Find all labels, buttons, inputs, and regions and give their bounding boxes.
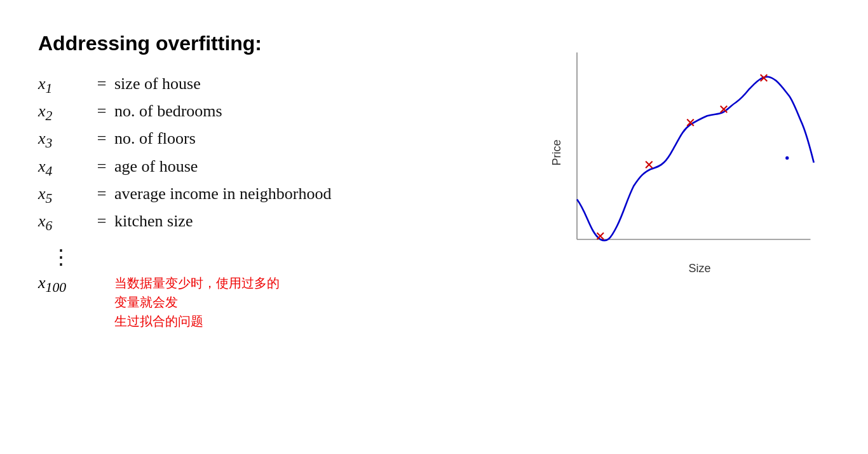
- var-sub-1: 1: [46, 81, 53, 96]
- var-symbol-2: x2: [38, 102, 89, 124]
- var-symbol-1: x1: [38, 74, 89, 97]
- page-title: Addressing overfitting:: [38, 32, 525, 55]
- x-axis-label: Size: [569, 262, 830, 275]
- variable-row-2: x2 = no. of bedrooms: [38, 102, 525, 124]
- x100-label: x100: [38, 273, 89, 296]
- var-eq-5: =: [89, 184, 114, 203]
- y-axis-label: Price: [550, 139, 564, 165]
- var-desc-2: no. of bedrooms: [114, 102, 222, 121]
- var-symbol-4: x4: [38, 157, 89, 179]
- var-eq-6: =: [89, 212, 114, 231]
- var-symbol-6: x6: [38, 212, 89, 234]
- var-sub-5: 5: [46, 191, 53, 206]
- var-eq-3: =: [89, 129, 114, 148]
- variable-row-1: x1 = size of house: [38, 74, 525, 97]
- var-desc-6: kitchen size: [114, 212, 193, 231]
- variable-row-4: x4 = age of house: [38, 157, 525, 179]
- variable-row-6: x6 = kitchen size: [38, 212, 525, 234]
- ellipsis-dots: ⋮: [51, 247, 525, 267]
- var-desc-1: size of house: [114, 74, 201, 93]
- var-sub-3: 3: [46, 136, 53, 151]
- var-sub-4: 4: [46, 163, 53, 179]
- chart-container: Price: [550, 45, 817, 261]
- annotation-line1: 当数据量变少时，使用过多的变量就会发: [114, 276, 280, 309]
- svg-point-12: [785, 156, 789, 160]
- var-desc-3: no. of floors: [114, 129, 196, 148]
- variable-row-3: x3 = no. of floors: [38, 129, 525, 151]
- var-eq-2: =: [89, 102, 114, 121]
- annotation-text: 当数据量变少时，使用过多的变量就会发 生过拟合的问题: [114, 273, 280, 331]
- var-eq-1: =: [89, 74, 114, 93]
- var-eq-4: =: [89, 157, 114, 176]
- chart-svg: [550, 45, 817, 261]
- left-panel: Addressing overfitting: x1 = size of hou…: [38, 32, 525, 331]
- var-symbol-3: x3: [38, 129, 89, 151]
- var-desc-4: age of house: [114, 157, 198, 176]
- variables-list: x1 = size of house x2 = no. of bedrooms …: [38, 74, 525, 234]
- annotation-line2: 生过拟合的问题: [114, 314, 203, 328]
- var-desc-5: average income in neighborhood: [114, 184, 332, 203]
- var-sub-6: 6: [46, 218, 53, 233]
- page: Addressing overfitting: x1 = size of hou…: [0, 0, 868, 362]
- x100-row: x100 当数据量变少时，使用过多的变量就会发 生过拟合的问题: [38, 273, 525, 331]
- var-symbol-5: x5: [38, 184, 89, 207]
- right-panel: Price: [550, 32, 830, 331]
- x100-subscript: 100: [46, 280, 66, 295]
- var-sub-2: 2: [46, 108, 53, 123]
- variable-row-5: x5 = average income in neighborhood: [38, 184, 525, 207]
